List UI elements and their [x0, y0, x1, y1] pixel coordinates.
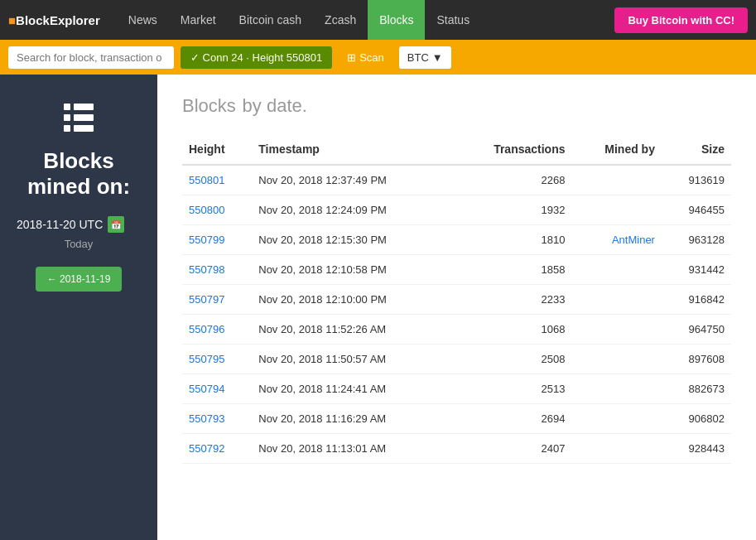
- search-input[interactable]: [8, 46, 174, 69]
- block-mined-by: [572, 345, 662, 374]
- block-mined-by: [572, 374, 662, 404]
- table-row: 550800Nov 20, 2018 12:24:09 PM1932946455: [182, 195, 731, 225]
- block-timestamp: Nov 20, 2018 11:50:57 AM: [252, 345, 451, 374]
- block-size: 906802: [662, 404, 731, 434]
- scan-button[interactable]: ⊞ Scan: [339, 46, 392, 69]
- nav-news[interactable]: News: [117, 0, 169, 40]
- block-size: 913619: [662, 165, 731, 195]
- block-height-link[interactable]: 550799: [182, 225, 252, 255]
- block-height-link[interactable]: 550797: [182, 285, 252, 315]
- block-timestamp: Nov 20, 2018 12:24:09 PM: [252, 195, 451, 225]
- table-body: 550801Nov 20, 2018 12:37:49 PM2268913619…: [182, 165, 731, 464]
- block-transactions: 2508: [452, 345, 572, 374]
- content-wrapper: Blocks by date. Height Timestamp Transac…: [182, 91, 731, 464]
- block-height-link[interactable]: 550796: [182, 315, 252, 345]
- col-size: Size: [662, 134, 731, 165]
- block-size: 916842: [662, 285, 731, 315]
- page-title-main: Blocks: [182, 95, 236, 116]
- table-header: Height Timestamp Transactions Mined by S…: [182, 134, 731, 165]
- block-transactions: 1932: [452, 195, 572, 225]
- col-timestamp: Timestamp: [252, 134, 451, 165]
- table-row: 550801Nov 20, 2018 12:37:49 PM2268913619: [182, 165, 731, 195]
- block-timestamp: Nov 20, 2018 12:10:58 PM: [252, 255, 451, 285]
- table-row: 550797Nov 20, 2018 12:10:00 PM2233916842: [182, 285, 731, 315]
- block-size: 964750: [662, 315, 731, 345]
- block-height-link[interactable]: 550793: [182, 404, 252, 434]
- block-transactions: 1858: [452, 255, 572, 285]
- block-height-link[interactable]: 550800: [182, 195, 252, 225]
- block-height-link[interactable]: 550794: [182, 374, 252, 404]
- sidebar-title: Blocks mined on:: [17, 148, 141, 200]
- calendar-icon[interactable]: 📅: [108, 216, 124, 233]
- conn-text: ✓ Conn 24 · Height 550801: [190, 51, 322, 64]
- col-mined-by: Mined by: [572, 134, 662, 165]
- nav-status[interactable]: Status: [425, 0, 481, 40]
- block-size: 946455: [662, 195, 731, 225]
- block-mined-by: AntMiner: [572, 225, 662, 255]
- block-height-link[interactable]: 550801: [182, 165, 252, 195]
- table-row: 550796Nov 20, 2018 11:52:26 AM1068964750: [182, 315, 731, 345]
- table-row: 550793Nov 20, 2018 11:16:29 AM2694906802: [182, 404, 731, 434]
- sidebar: Blocks mined on: 2018-11-20 UTC 📅 Today …: [0, 75, 157, 540]
- block-height-link[interactable]: 550792: [182, 434, 252, 464]
- blocks-table: Height Timestamp Transactions Mined by S…: [182, 134, 731, 464]
- block-timestamp: Nov 20, 2018 11:16:29 AM: [252, 404, 451, 434]
- block-timestamp: Nov 20, 2018 11:13:01 AM: [252, 434, 451, 464]
- prev-date-button[interactable]: ← 2018-11-19: [36, 267, 123, 292]
- block-transactions: 2694: [452, 404, 572, 434]
- page-title: Blocks by date.: [182, 91, 731, 118]
- nav-blocks[interactable]: Blocks: [368, 0, 425, 40]
- scan-icon: ⊞: [347, 51, 356, 64]
- block-height-link[interactable]: 550798: [182, 255, 252, 285]
- conn-badge[interactable]: ✓ Conn 24 · Height 550801: [181, 46, 332, 69]
- nav-market[interactable]: Market: [169, 0, 228, 40]
- block-size: 931442: [662, 255, 731, 285]
- block-transactions: 2233: [452, 285, 572, 315]
- block-size: 897608: [662, 345, 731, 374]
- block-mined-by: [572, 285, 662, 315]
- buy-bitcoin-button[interactable]: Buy Bitcoin with CC!: [614, 7, 748, 33]
- block-transactions: 2407: [452, 434, 572, 464]
- block-size: 882673: [662, 374, 731, 404]
- block-size: 963128: [662, 225, 731, 255]
- block-height-link[interactable]: 550795: [182, 345, 252, 374]
- block-transactions: 1068: [452, 315, 572, 345]
- col-transactions: Transactions: [452, 134, 572, 165]
- col-height: Height: [182, 134, 252, 165]
- brand-block: ■: [8, 13, 16, 27]
- scan-label: Scan: [359, 51, 384, 64]
- block-mined-by: [572, 404, 662, 434]
- sidebar-date: 2018-11-20 UTC 📅: [17, 216, 141, 233]
- block-timestamp: Nov 20, 2018 12:15:30 PM: [252, 225, 451, 255]
- main-content: Blocks by date. Height Timestamp Transac…: [157, 75, 756, 540]
- page-title-sub: by date.: [243, 95, 307, 116]
- block-size: 928443: [662, 434, 731, 464]
- block-mined-by: [572, 165, 662, 195]
- table-row: 550794Nov 20, 2018 11:24:41 AM2513882673: [182, 374, 731, 404]
- block-timestamp: Nov 20, 2018 12:37:49 PM: [252, 165, 451, 195]
- sidebar-date-text: 2018-11-20 UTC: [17, 218, 103, 231]
- block-transactions: 1810: [452, 225, 572, 255]
- btc-label: BTC: [407, 51, 429, 64]
- block-mined-by: [572, 315, 662, 345]
- block-transactions: 2268: [452, 165, 572, 195]
- nav-bitcoin-cash[interactable]: Bitcoin cash: [228, 0, 313, 40]
- blocks-icon: [17, 99, 141, 132]
- main-layout: Blocks mined on: 2018-11-20 UTC 📅 Today …: [0, 75, 756, 540]
- table-row: 550798Nov 20, 2018 12:10:58 PM1858931442: [182, 255, 731, 285]
- second-nav: ✓ Conn 24 · Height 550801 ⊞ Scan BTC ▼: [0, 40, 756, 75]
- table-row: 550795Nov 20, 2018 11:50:57 AM2508897608: [182, 345, 731, 374]
- block-transactions: 2513: [452, 374, 572, 404]
- block-timestamp: Nov 20, 2018 11:52:26 AM: [252, 315, 451, 345]
- table-row: 550792Nov 20, 2018 11:13:01 AM2407928443: [182, 434, 731, 464]
- brand: ■BlockExplorer: [8, 13, 100, 27]
- sidebar-today: Today: [17, 238, 141, 250]
- block-timestamp: Nov 20, 2018 11:24:41 AM: [252, 374, 451, 404]
- btc-button[interactable]: BTC ▼: [399, 46, 451, 69]
- nav-zcash[interactable]: Zcash: [313, 0, 368, 40]
- chevron-down-icon: ▼: [432, 51, 443, 64]
- block-timestamp: Nov 20, 2018 12:10:00 PM: [252, 285, 451, 315]
- top-nav: ■BlockExplorer News Market Bitcoin cash …: [0, 0, 756, 40]
- block-mined-by: [572, 255, 662, 285]
- block-mined-by: [572, 195, 662, 225]
